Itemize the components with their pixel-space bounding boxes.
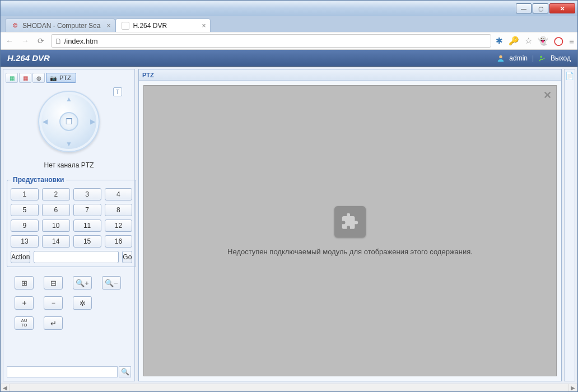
- preset-button-1[interactable]: 1: [11, 188, 39, 200]
- scroll-right-button[interactable]: ▶: [568, 384, 577, 392]
- plugin-placeholder: ✕ Недоступен подключаемый модуль для ото…: [143, 85, 557, 376]
- tab-close-icon[interactable]: ×: [106, 22, 110, 30]
- sidebar: ▦ ▦ ◍ 📷 PTZ ▲ ▼ ◀ ▶ ❐: [3, 69, 135, 381]
- dvr-layout: ▦ ▦ ◍ 📷 PTZ ▲ ▼ ◀ ▶ ❐: [1, 67, 577, 384]
- plugin-message: Недоступен подключаемый модуль для отобр…: [227, 248, 473, 256]
- panel-title: PTZ: [139, 69, 561, 81]
- dvr-header: H.264 DVR admin | Выход: [1, 50, 577, 67]
- preset-button-7[interactable]: 7: [73, 204, 101, 216]
- preset-button-12[interactable]: 12: [105, 220, 133, 232]
- svg-point-0: [500, 55, 502, 58]
- tab-label: SHODAN - Computer Sea: [22, 22, 100, 30]
- window-titlebar: — ▢ ✕: [1, 1, 577, 16]
- preset-button-3[interactable]: 3: [73, 188, 101, 200]
- presets-legend: Предустановки: [11, 176, 66, 184]
- preset-button-4[interactable]: 4: [105, 188, 133, 200]
- enter-button[interactable]: ↵: [44, 316, 63, 330]
- preset-go-button[interactable]: Go: [122, 251, 132, 263]
- sidebar-search-button[interactable]: 🔍: [119, 366, 131, 377]
- zoom-out-icon: 🔍−: [105, 279, 118, 287]
- content-column: PTZ ✕ Недоступен подключаемый модуль для…: [138, 69, 575, 381]
- sidebar-tab-2[interactable]: ▦: [19, 73, 31, 83]
- window-close-button[interactable]: ✕: [549, 3, 575, 13]
- scroll-left-button[interactable]: ◀: [1, 384, 10, 392]
- sidebar-tab-label: PTZ: [58, 74, 72, 81]
- preset-button-14[interactable]: 14: [42, 235, 70, 248]
- ptz-wheel: ▲ ▼ ◀ ▶ ❐: [38, 91, 100, 152]
- iris-open-button[interactable]: ＋: [15, 296, 34, 310]
- bookmark-star-icon[interactable]: ☆: [525, 36, 532, 46]
- ext-key-icon[interactable]: 🔑: [509, 36, 519, 46]
- browser-tabstrip: ❂ SHODAN - Computer Sea × H.264 DVR ×: [1, 16, 577, 32]
- ptz-left-button[interactable]: ◀: [43, 118, 48, 125]
- window-minimize-button[interactable]: —: [516, 3, 532, 13]
- window-maximize-button[interactable]: ▢: [533, 3, 548, 13]
- logout-icon: [538, 54, 546, 62]
- nav-forward-button[interactable]: →: [20, 35, 31, 46]
- preset-action-button[interactable]: Action: [11, 251, 30, 263]
- ptz-right-button[interactable]: ▶: [90, 118, 95, 125]
- preset-button-2[interactable]: 2: [42, 188, 70, 200]
- right-rail-help-icon[interactable]: 📄: [565, 72, 574, 80]
- nav-back-button[interactable]: ←: [4, 35, 15, 46]
- aux-button[interactable]: ✲: [73, 296, 92, 310]
- preset-button-13[interactable]: 13: [11, 235, 39, 248]
- page-favicon-icon: [122, 22, 129, 30]
- camera-icon: 📷: [50, 75, 57, 81]
- focus-far-button[interactable]: ⊟: [44, 276, 63, 290]
- tab-dvr[interactable]: H.264 DVR ×: [115, 18, 211, 32]
- zoom-in-icon: 🔍+: [76, 279, 89, 287]
- address-bar[interactable]: 🗋 /index.htm: [51, 34, 491, 48]
- ptz-status-text: Нет канала PTZ: [6, 159, 132, 172]
- ptz-extra-controls: ⊞ ⊟ 🔍+ 🔍− ＋ － ✲ AU TO ↵: [6, 270, 132, 335]
- plugin-close-button[interactable]: ✕: [543, 89, 552, 101]
- user-icon: [497, 54, 505, 62]
- preset-button-6[interactable]: 6: [42, 204, 70, 216]
- preset-button-9[interactable]: 9: [11, 220, 39, 232]
- horizontal-scrollbar[interactable]: ◀ ▶: [1, 384, 577, 391]
- browser-menu-icon[interactable]: ≡: [569, 36, 574, 46]
- preset-button-15[interactable]: 15: [73, 235, 101, 248]
- auto-button[interactable]: AU TO: [15, 316, 34, 330]
- shodan-favicon-icon: ❂: [11, 22, 19, 30]
- preset-button-8[interactable]: 8: [105, 204, 133, 216]
- url-text: /index.htm: [64, 37, 98, 45]
- browser-toolbar: ← → ⟳ 🗋 /index.htm ✱ 🔑 ☆ 👻 ◯ ≡: [1, 32, 577, 50]
- zoom-out-button[interactable]: 🔍−: [102, 276, 121, 290]
- page-content: H.264 DVR admin | Выход ▦ ▦ ◍ 📷 PTZ: [1, 50, 577, 391]
- sidebar-tab-ptz[interactable]: 📷 PTZ: [46, 73, 76, 83]
- tab-shodan[interactable]: ❂ SHODAN - Computer Sea ×: [5, 18, 115, 32]
- tab-label: H.264 DVR: [133, 22, 167, 30]
- ext-adblock-icon[interactable]: ◯: [554, 36, 563, 46]
- focus-near-button[interactable]: ⊞: [15, 276, 34, 290]
- browser-window: — ▢ ✕ ❂ SHODAN - Computer Sea × H.264 DV…: [0, 0, 578, 392]
- sidebar-search: 🔍: [6, 365, 132, 379]
- sidebar-tabs: ▦ ▦ ◍ 📷 PTZ: [6, 72, 132, 84]
- ptz-panel: PTZ ✕ Недоступен подключаемый модуль для…: [138, 69, 562, 381]
- ptz-down-button[interactable]: ▼: [66, 140, 72, 148]
- sidebar-tab-1[interactable]: ▦: [6, 73, 18, 83]
- ext-ghostery-icon[interactable]: 👻: [538, 36, 548, 46]
- tab-close-icon[interactable]: ×: [202, 22, 206, 30]
- dvr-title: H.264 DVR: [7, 53, 50, 63]
- svg-point-1: [540, 55, 542, 58]
- page-icon: 🗋: [55, 37, 64, 45]
- ptz-center-button[interactable]: ❐: [59, 112, 78, 131]
- user-link[interactable]: admin: [509, 54, 528, 62]
- preset-button-5[interactable]: 5: [11, 204, 39, 216]
- ptz-up-button[interactable]: ▲: [66, 95, 72, 103]
- preset-button-11[interactable]: 11: [73, 220, 101, 232]
- sidebar-search-input[interactable]: [7, 366, 118, 377]
- ptz-t-button[interactable]: T: [113, 87, 122, 96]
- logout-link[interactable]: Выход: [551, 54, 571, 62]
- preset-button-10[interactable]: 10: [42, 220, 70, 232]
- search-icon: 🔍: [121, 368, 129, 376]
- extension-icons: ✱ 🔑 ☆ 👻 ◯ ≡: [496, 36, 574, 46]
- preset-number-input[interactable]: [34, 251, 119, 263]
- ext-bug-icon[interactable]: ✱: [496, 36, 503, 46]
- nav-reload-button[interactable]: ⟳: [35, 35, 46, 46]
- sidebar-tab-3[interactable]: ◍: [32, 73, 45, 83]
- zoom-in-button[interactable]: 🔍+: [73, 276, 92, 290]
- preset-button-16[interactable]: 16: [105, 235, 133, 248]
- iris-close-button[interactable]: －: [44, 296, 63, 310]
